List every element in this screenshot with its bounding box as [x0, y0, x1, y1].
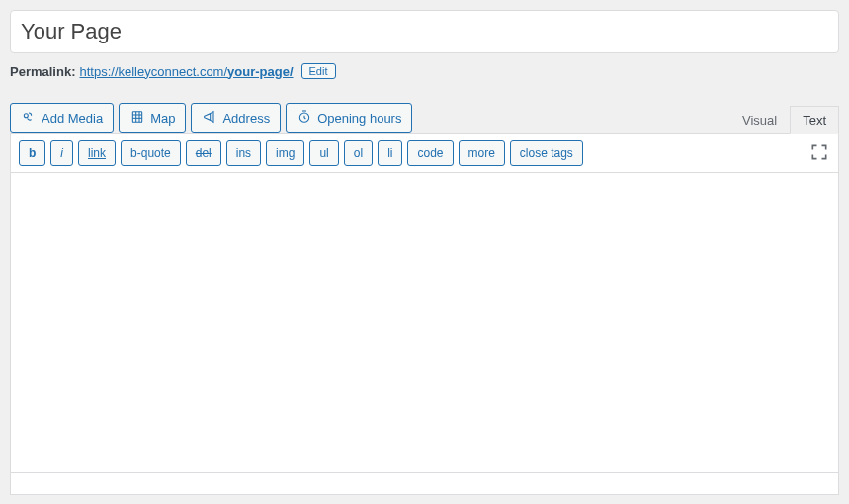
editor-container: b i link b-quote del ins img ul ol li co…	[10, 133, 839, 473]
media-buttons-row: Add Media Map Address Opening hours Visu…	[10, 103, 839, 133]
clock-icon	[297, 109, 312, 127]
opening-hours-button[interactable]: Opening hours	[286, 103, 412, 133]
qt-blockquote-button[interactable]: b-quote	[121, 140, 181, 166]
permalink-edit-button[interactable]: Edit	[301, 63, 336, 79]
qt-del-button[interactable]: del	[186, 140, 221, 166]
permalink-link[interactable]: https://kelleyconnect.com/your-page/	[79, 64, 293, 79]
add-media-label: Add Media	[42, 111, 103, 126]
address-label: Address	[222, 111, 270, 126]
map-label: Map	[150, 111, 175, 126]
tab-text[interactable]: Text	[790, 106, 839, 134]
editor-tabs: Visual Text	[729, 106, 839, 134]
add-media-button[interactable]: Add Media	[10, 103, 114, 133]
fullscreen-button[interactable]	[808, 142, 830, 164]
qt-link-button[interactable]: link	[78, 140, 116, 166]
opening-hours-label: Opening hours	[317, 111, 401, 126]
permalink-label: Permalink:	[10, 64, 75, 79]
megaphone-icon	[202, 109, 217, 127]
permalink-row: Permalink: https://kelleyconnect.com/you…	[10, 63, 839, 79]
qt-code-button[interactable]: code	[407, 140, 453, 166]
quicktags-toolbar: b i link b-quote del ins img ul ol li co…	[11, 134, 838, 173]
tab-visual[interactable]: Visual	[729, 106, 790, 134]
post-title-input[interactable]	[10, 10, 839, 53]
qt-ul-button[interactable]: ul	[309, 140, 338, 166]
qt-more-button[interactable]: more	[459, 140, 505, 166]
qt-img-button[interactable]: img	[266, 140, 304, 166]
map-icon	[129, 109, 145, 127]
address-button[interactable]: Address	[191, 103, 281, 133]
permalink-base: https://kelleyconnect.com/	[79, 64, 227, 79]
svg-point-0	[24, 114, 28, 118]
svg-rect-1	[132, 112, 141, 123]
qt-bold-button[interactable]: b	[19, 140, 45, 166]
map-button[interactable]: Map	[119, 103, 186, 133]
content-textarea[interactable]	[11, 173, 838, 469]
qt-closetags-button[interactable]: close tags	[510, 140, 583, 166]
media-icon	[21, 109, 37, 127]
qt-ol-button[interactable]: ol	[344, 140, 373, 166]
qt-italic-button[interactable]: i	[50, 140, 73, 166]
qt-ins-button[interactable]: ins	[226, 140, 261, 166]
permalink-slug: your-page/	[227, 64, 293, 79]
editor-statusbar	[10, 473, 839, 495]
fullscreen-icon	[809, 142, 829, 162]
qt-li-button[interactable]: li	[378, 140, 402, 166]
